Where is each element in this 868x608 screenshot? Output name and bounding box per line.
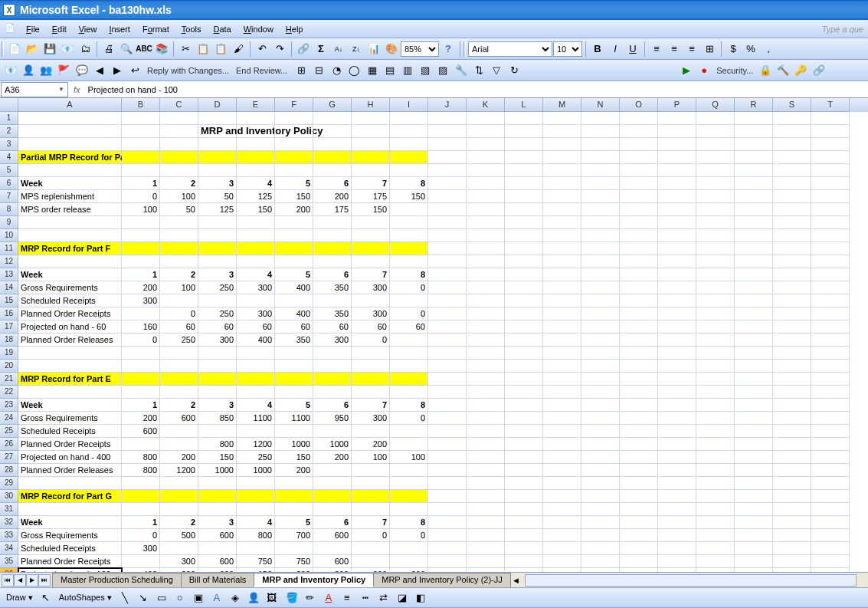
cell[interactable] [160,490,198,503]
cell[interactable] [696,516,735,529]
cell[interactable] [620,334,658,347]
cell[interactable] [18,386,122,399]
cell[interactable] [811,386,850,399]
cell[interactable] [735,464,773,477]
cell[interactable] [811,516,850,529]
cell[interactable] [658,451,696,464]
cell[interactable] [620,229,658,242]
cell[interactable]: 0 [160,307,198,320]
cell[interactable]: 1 [122,516,160,529]
cell[interactable] [811,334,850,347]
cell[interactable] [467,412,505,425]
cell[interactable] [620,373,658,386]
cell[interactable] [237,242,275,255]
cell[interactable] [122,307,160,320]
cell[interactable] [122,555,160,568]
cell[interactable] [352,477,390,490]
cell[interactable]: Planned Order Receipts [18,555,122,568]
pie-icon[interactable]: ◔ [328,62,345,79]
cell[interactable] [313,242,352,255]
cell[interactable] [658,294,696,307]
cell[interactable]: 1100 [275,412,313,425]
cell[interactable] [352,138,390,151]
format-painter-icon[interactable]: 🖌 [230,41,247,58]
cell[interactable]: Partial MRP Record for Part A [18,151,122,164]
link-icon[interactable]: 🔗 [295,41,312,58]
cell[interactable] [735,138,773,151]
menu-file[interactable]: File [20,22,46,36]
cell[interactable] [581,529,620,542]
cell[interactable]: 150 [237,568,275,572]
cell[interactable] [811,255,850,268]
cell[interactable] [122,386,160,399]
cell[interactable] [390,347,428,360]
cell[interactable] [773,529,811,542]
cell[interactable] [581,386,620,399]
cell[interactable] [505,360,543,373]
cell[interactable] [505,386,543,399]
cell[interactable] [811,164,850,177]
cell[interactable] [581,112,620,125]
research-icon[interactable]: 📚 [153,41,170,58]
cell[interactable] [122,360,160,373]
cell[interactable] [735,490,773,503]
cell[interactable]: 150 [352,203,390,216]
cell[interactable] [811,399,850,412]
next-icon[interactable]: ▶ [109,62,126,79]
cell[interactable]: 8 [390,177,428,190]
cell[interactable] [160,112,198,125]
cell[interactable] [696,294,735,307]
cut-icon[interactable]: ✂ [177,41,194,58]
cell[interactable] [811,568,850,572]
col-header-H[interactable]: H [352,98,390,112]
cell[interactable] [313,425,352,438]
cell[interactable] [735,542,773,555]
cell[interactable] [811,360,850,373]
cell[interactable]: 950 [313,412,352,425]
cell[interactable] [735,503,773,516]
cell[interactable] [390,334,428,347]
row-header-1[interactable]: 1 [0,112,18,125]
cell[interactable] [543,399,581,412]
cell[interactable] [581,268,620,281]
col-header-F[interactable]: F [275,98,313,112]
cell[interactable] [581,412,620,425]
cell[interactable] [696,542,735,555]
cell[interactable] [811,216,850,229]
cell[interactable] [505,112,543,125]
cell[interactable] [428,334,467,347]
menu-help[interactable]: Help [280,22,310,36]
cell[interactable] [735,112,773,125]
menu-insert[interactable]: Insert [103,22,136,36]
cell[interactable] [773,412,811,425]
cell[interactable] [658,347,696,360]
cell[interactable] [811,412,850,425]
cell[interactable] [275,255,313,268]
cell[interactable]: 200 [313,190,352,203]
cell[interactable] [275,216,313,229]
cell[interactable] [658,399,696,412]
link2-icon[interactable]: 🔗 [811,62,827,79]
drawing-icon[interactable]: 🎨 [383,41,400,58]
cell[interactable] [581,347,620,360]
cell[interactable] [198,477,237,490]
cell[interactable]: 4 [237,268,275,281]
cell[interactable] [428,112,467,125]
cell[interactable] [620,216,658,229]
new-icon[interactable]: 📄 [6,41,23,58]
cell[interactable] [581,477,620,490]
cell[interactable] [160,125,198,138]
cell[interactable] [811,177,850,190]
cell[interactable] [620,542,658,555]
cell[interactable] [428,347,467,360]
cell[interactable] [696,281,735,294]
cell[interactable] [735,412,773,425]
row-header-13[interactable]: 13 [0,268,18,281]
cell[interactable]: 400 [275,307,313,320]
cell[interactable] [811,320,850,334]
menu-view[interactable]: View [73,22,103,36]
cell[interactable]: 2 [160,399,198,412]
mail2-icon[interactable]: 📧 [2,62,19,79]
align-right-icon[interactable]: ≡ [683,41,700,58]
select-all-corner[interactable] [0,98,18,112]
